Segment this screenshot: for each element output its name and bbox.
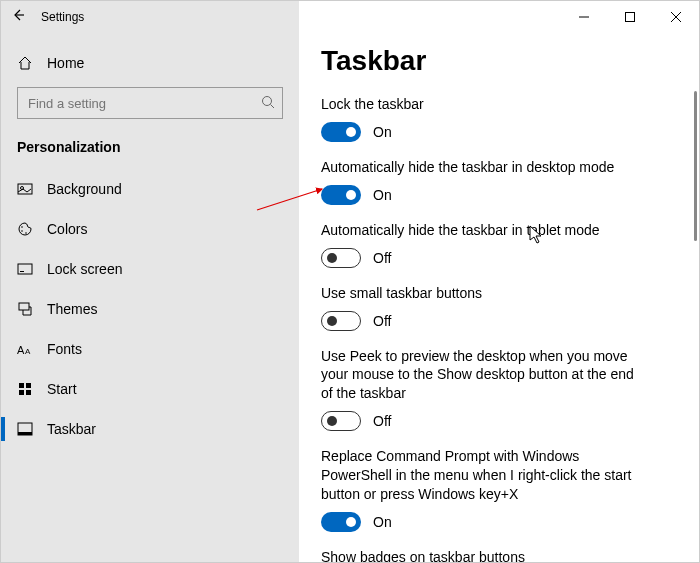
scrollbar-thumb[interactable] — [694, 91, 697, 241]
sidebar-item-label: Colors — [47, 221, 87, 237]
svg-line-6 — [271, 105, 275, 109]
svg-rect-12 — [18, 264, 32, 274]
close-button[interactable] — [653, 1, 699, 33]
main-scroll[interactable]: Taskbar Lock the taskbar On Automaticall… — [299, 1, 699, 562]
setting-small-buttons: Use small taskbar buttons Off — [321, 284, 641, 331]
sidebar-item-lockscreen[interactable]: Lock screen — [1, 249, 299, 289]
search-wrap — [17, 87, 283, 119]
sidebar-item-start[interactable]: Start — [1, 369, 299, 409]
sidebar-item-label: Lock screen — [47, 261, 122, 277]
svg-rect-22 — [18, 432, 32, 435]
fonts-icon: AA — [17, 341, 33, 357]
setting-badges: Show badges on taskbar buttons On — [321, 548, 641, 562]
home-nav[interactable]: Home — [1, 45, 299, 81]
sidebar-item-background[interactable]: Background — [1, 169, 299, 209]
sidebar: Home Personalization Background Colors — [1, 1, 299, 562]
toggle-state: On — [373, 514, 392, 530]
sidebar-item-label: Background — [47, 181, 122, 197]
toggle-state: Off — [373, 413, 391, 429]
sidebar-item-label: Fonts — [47, 341, 82, 357]
sidebar-item-colors[interactable]: Colors — [1, 209, 299, 249]
toggle-state: On — [373, 124, 392, 140]
svg-rect-19 — [19, 390, 24, 395]
search-icon[interactable] — [261, 95, 275, 113]
page-title: Taskbar — [321, 45, 677, 77]
svg-text:A: A — [17, 344, 25, 356]
titlebar: Settings — [1, 1, 699, 33]
titlebar-left: Settings — [1, 1, 299, 33]
sidebar-item-themes[interactable]: Themes — [1, 289, 299, 329]
setting-label: Replace Command Prompt with Windows Powe… — [321, 447, 641, 504]
main-pane: Taskbar Lock the taskbar On Automaticall… — [299, 1, 699, 562]
taskbar-icon — [17, 421, 33, 437]
toggle-state: Off — [373, 250, 391, 266]
toggle-autohide-tablet[interactable] — [321, 248, 361, 268]
toggle-lock-taskbar[interactable] — [321, 122, 361, 142]
svg-point-9 — [21, 226, 23, 228]
setting-label: Automatically hide the taskbar in tablet… — [321, 221, 641, 240]
toggle-state: Off — [373, 313, 391, 329]
settings-window: Settings Home Personalization — [0, 0, 700, 563]
svg-point-5 — [263, 97, 272, 106]
window-controls — [561, 1, 699, 33]
home-icon — [17, 55, 33, 71]
svg-rect-14 — [19, 303, 29, 310]
setting-label: Automatically hide the taskbar in deskto… — [321, 158, 641, 177]
category-title: Personalization — [1, 129, 299, 169]
sidebar-item-label: Themes — [47, 301, 98, 317]
svg-rect-2 — [626, 13, 635, 22]
sidebar-item-label: Taskbar — [47, 421, 96, 437]
back-icon[interactable] — [11, 8, 25, 26]
toggle-state: On — [373, 187, 392, 203]
setting-autohide-tablet: Automatically hide the taskbar in tablet… — [321, 221, 641, 268]
svg-text:A: A — [25, 347, 31, 356]
palette-icon — [17, 221, 33, 237]
svg-rect-18 — [26, 383, 31, 388]
setting-label: Lock the taskbar — [321, 95, 641, 114]
start-icon — [17, 381, 33, 397]
svg-point-10 — [21, 230, 23, 232]
toggle-small-buttons[interactable] — [321, 311, 361, 331]
sidebar-item-label: Start — [47, 381, 77, 397]
toggle-powershell[interactable] — [321, 512, 361, 532]
home-label: Home — [47, 55, 84, 71]
svg-rect-13 — [20, 271, 24, 272]
lockscreen-icon — [17, 261, 33, 277]
setting-lock-taskbar: Lock the taskbar On — [321, 95, 641, 142]
setting-label: Use small taskbar buttons — [321, 284, 641, 303]
nav-list: Background Colors Lock screen Themes AA … — [1, 169, 299, 449]
svg-rect-17 — [19, 383, 24, 388]
setting-label: Use Peek to preview the desktop when you… — [321, 347, 641, 404]
svg-rect-20 — [26, 390, 31, 395]
svg-rect-7 — [18, 184, 32, 194]
themes-icon — [17, 301, 33, 317]
sidebar-item-taskbar[interactable]: Taskbar — [1, 409, 299, 449]
toggle-autohide-desktop[interactable] — [321, 185, 361, 205]
picture-icon — [17, 181, 33, 197]
maximize-button[interactable] — [607, 1, 653, 33]
minimize-button[interactable] — [561, 1, 607, 33]
window-title: Settings — [41, 10, 84, 24]
setting-autohide-desktop: Automatically hide the taskbar in deskto… — [321, 158, 641, 205]
search-input[interactable] — [17, 87, 283, 119]
setting-powershell: Replace Command Prompt with Windows Powe… — [321, 447, 641, 532]
setting-peek: Use Peek to preview the desktop when you… — [321, 347, 641, 432]
toggle-peek[interactable] — [321, 411, 361, 431]
svg-point-11 — [25, 232, 27, 234]
sidebar-item-fonts[interactable]: AA Fonts — [1, 329, 299, 369]
setting-label: Show badges on taskbar buttons — [321, 548, 641, 562]
